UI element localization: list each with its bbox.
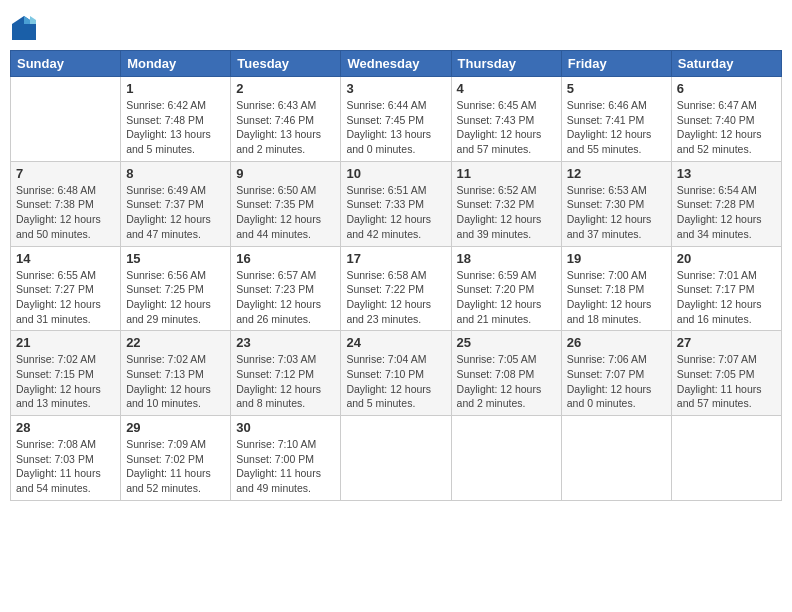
day-number: 1 [126,81,225,96]
calendar-cell [451,416,561,501]
calendar-cell: 20Sunrise: 7:01 AMSunset: 7:17 PMDayligh… [671,246,781,331]
calendar-cell: 5Sunrise: 6:46 AMSunset: 7:41 PMDaylight… [561,77,671,162]
calendar-cell: 9Sunrise: 6:50 AMSunset: 7:35 PMDaylight… [231,161,341,246]
calendar-cell: 30Sunrise: 7:10 AMSunset: 7:00 PMDayligh… [231,416,341,501]
day-number: 4 [457,81,556,96]
day-number: 12 [567,166,666,181]
weekday-header-row: SundayMondayTuesdayWednesdayThursdayFrid… [11,51,782,77]
calendar-cell: 28Sunrise: 7:08 AMSunset: 7:03 PMDayligh… [11,416,121,501]
cell-info: Sunrise: 6:51 AMSunset: 7:33 PMDaylight:… [346,183,445,242]
logo [10,14,42,42]
cell-info: Sunrise: 6:53 AMSunset: 7:30 PMDaylight:… [567,183,666,242]
day-number: 6 [677,81,776,96]
cell-info: Sunrise: 6:42 AMSunset: 7:48 PMDaylight:… [126,98,225,157]
weekday-header-wednesday: Wednesday [341,51,451,77]
calendar-cell: 8Sunrise: 6:49 AMSunset: 7:37 PMDaylight… [121,161,231,246]
cell-info: Sunrise: 6:50 AMSunset: 7:35 PMDaylight:… [236,183,335,242]
page-header [10,10,782,42]
svg-marker-2 [30,16,36,24]
calendar-cell: 19Sunrise: 7:00 AMSunset: 7:18 PMDayligh… [561,246,671,331]
calendar-cell: 17Sunrise: 6:58 AMSunset: 7:22 PMDayligh… [341,246,451,331]
calendar-cell [671,416,781,501]
day-number: 15 [126,251,225,266]
calendar-cell: 4Sunrise: 6:45 AMSunset: 7:43 PMDaylight… [451,77,561,162]
weekday-header-friday: Friday [561,51,671,77]
day-number: 9 [236,166,335,181]
cell-info: Sunrise: 7:03 AMSunset: 7:12 PMDaylight:… [236,352,335,411]
calendar-cell: 2Sunrise: 6:43 AMSunset: 7:46 PMDaylight… [231,77,341,162]
week-row-4: 21Sunrise: 7:02 AMSunset: 7:15 PMDayligh… [11,331,782,416]
calendar-cell: 14Sunrise: 6:55 AMSunset: 7:27 PMDayligh… [11,246,121,331]
day-number: 25 [457,335,556,350]
day-number: 10 [346,166,445,181]
cell-info: Sunrise: 6:52 AMSunset: 7:32 PMDaylight:… [457,183,556,242]
day-number: 22 [126,335,225,350]
day-number: 23 [236,335,335,350]
cell-info: Sunrise: 6:47 AMSunset: 7:40 PMDaylight:… [677,98,776,157]
calendar-cell: 24Sunrise: 7:04 AMSunset: 7:10 PMDayligh… [341,331,451,416]
day-number: 20 [677,251,776,266]
week-row-3: 14Sunrise: 6:55 AMSunset: 7:27 PMDayligh… [11,246,782,331]
calendar-cell: 18Sunrise: 6:59 AMSunset: 7:20 PMDayligh… [451,246,561,331]
day-number: 18 [457,251,556,266]
calendar: SundayMondayTuesdayWednesdayThursdayFrid… [10,50,782,501]
calendar-cell: 1Sunrise: 6:42 AMSunset: 7:48 PMDaylight… [121,77,231,162]
day-number: 7 [16,166,115,181]
day-number: 16 [236,251,335,266]
day-number: 13 [677,166,776,181]
cell-info: Sunrise: 7:02 AMSunset: 7:15 PMDaylight:… [16,352,115,411]
cell-info: Sunrise: 6:48 AMSunset: 7:38 PMDaylight:… [16,183,115,242]
cell-info: Sunrise: 6:44 AMSunset: 7:45 PMDaylight:… [346,98,445,157]
day-number: 2 [236,81,335,96]
cell-info: Sunrise: 7:02 AMSunset: 7:13 PMDaylight:… [126,352,225,411]
weekday-header-sunday: Sunday [11,51,121,77]
calendar-cell [11,77,121,162]
cell-info: Sunrise: 6:57 AMSunset: 7:23 PMDaylight:… [236,268,335,327]
day-number: 29 [126,420,225,435]
weekday-header-monday: Monday [121,51,231,77]
calendar-cell: 12Sunrise: 6:53 AMSunset: 7:30 PMDayligh… [561,161,671,246]
weekday-header-thursday: Thursday [451,51,561,77]
calendar-cell: 10Sunrise: 6:51 AMSunset: 7:33 PMDayligh… [341,161,451,246]
calendar-cell: 6Sunrise: 6:47 AMSunset: 7:40 PMDaylight… [671,77,781,162]
day-number: 26 [567,335,666,350]
day-number: 27 [677,335,776,350]
calendar-cell: 21Sunrise: 7:02 AMSunset: 7:15 PMDayligh… [11,331,121,416]
calendar-cell [561,416,671,501]
cell-info: Sunrise: 6:45 AMSunset: 7:43 PMDaylight:… [457,98,556,157]
calendar-cell [341,416,451,501]
calendar-cell: 26Sunrise: 7:06 AMSunset: 7:07 PMDayligh… [561,331,671,416]
cell-info: Sunrise: 7:07 AMSunset: 7:05 PMDaylight:… [677,352,776,411]
calendar-cell: 15Sunrise: 6:56 AMSunset: 7:25 PMDayligh… [121,246,231,331]
logo-icon [10,14,38,42]
cell-info: Sunrise: 7:04 AMSunset: 7:10 PMDaylight:… [346,352,445,411]
cell-info: Sunrise: 6:49 AMSunset: 7:37 PMDaylight:… [126,183,225,242]
day-number: 5 [567,81,666,96]
calendar-cell: 3Sunrise: 6:44 AMSunset: 7:45 PMDaylight… [341,77,451,162]
weekday-header-tuesday: Tuesday [231,51,341,77]
calendar-cell: 22Sunrise: 7:02 AMSunset: 7:13 PMDayligh… [121,331,231,416]
day-number: 30 [236,420,335,435]
cell-info: Sunrise: 7:05 AMSunset: 7:08 PMDaylight:… [457,352,556,411]
day-number: 21 [16,335,115,350]
calendar-cell: 27Sunrise: 7:07 AMSunset: 7:05 PMDayligh… [671,331,781,416]
calendar-cell: 16Sunrise: 6:57 AMSunset: 7:23 PMDayligh… [231,246,341,331]
cell-info: Sunrise: 7:09 AMSunset: 7:02 PMDaylight:… [126,437,225,496]
calendar-cell: 11Sunrise: 6:52 AMSunset: 7:32 PMDayligh… [451,161,561,246]
calendar-cell: 7Sunrise: 6:48 AMSunset: 7:38 PMDaylight… [11,161,121,246]
calendar-cell: 25Sunrise: 7:05 AMSunset: 7:08 PMDayligh… [451,331,561,416]
calendar-cell: 13Sunrise: 6:54 AMSunset: 7:28 PMDayligh… [671,161,781,246]
day-number: 8 [126,166,225,181]
cell-info: Sunrise: 6:54 AMSunset: 7:28 PMDaylight:… [677,183,776,242]
week-row-1: 1Sunrise: 6:42 AMSunset: 7:48 PMDaylight… [11,77,782,162]
cell-info: Sunrise: 7:01 AMSunset: 7:17 PMDaylight:… [677,268,776,327]
weekday-header-saturday: Saturday [671,51,781,77]
calendar-cell: 29Sunrise: 7:09 AMSunset: 7:02 PMDayligh… [121,416,231,501]
week-row-2: 7Sunrise: 6:48 AMSunset: 7:38 PMDaylight… [11,161,782,246]
day-number: 28 [16,420,115,435]
cell-info: Sunrise: 6:43 AMSunset: 7:46 PMDaylight:… [236,98,335,157]
cell-info: Sunrise: 6:59 AMSunset: 7:20 PMDaylight:… [457,268,556,327]
cell-info: Sunrise: 6:56 AMSunset: 7:25 PMDaylight:… [126,268,225,327]
day-number: 24 [346,335,445,350]
day-number: 17 [346,251,445,266]
